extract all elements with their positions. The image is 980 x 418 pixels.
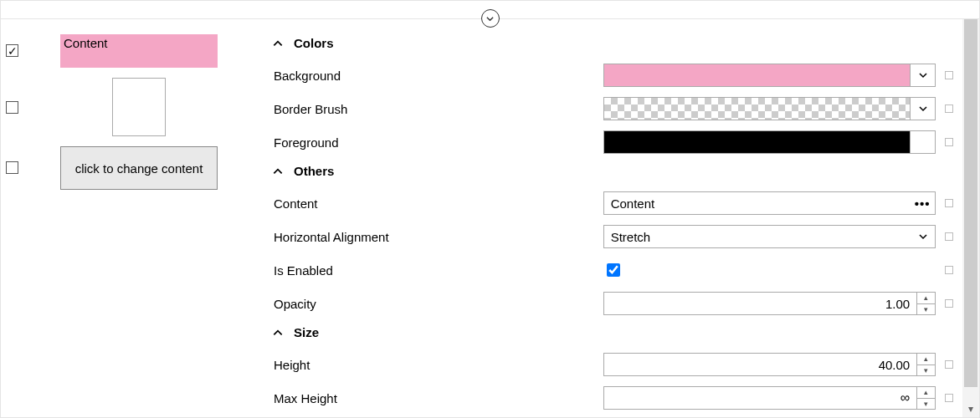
preview-row-1: Content	[1, 34, 260, 68]
border-brush-color-field[interactable]	[603, 97, 936, 120]
max-height-value: ∞	[604, 387, 917, 409]
prop-label-background: Background	[272, 69, 603, 83]
content-ellipsis-button[interactable]: •••	[910, 196, 935, 211]
background-color-field[interactable]	[603, 64, 936, 87]
background-dropdown-button[interactable]	[910, 64, 935, 86]
scrollbar-down-arrow[interactable]: ▾	[962, 400, 979, 417]
opacity-input[interactable]	[604, 293, 917, 314]
prop-row-border-brush: Border Brush	[272, 92, 957, 125]
opacity-advanced-marker[interactable]	[945, 299, 953, 308]
height-spin-down[interactable]: ▾	[917, 365, 935, 376]
prop-row-horizontal-alignment: Horizontal Alignment Stretch	[272, 220, 957, 253]
border-brush-color-swatch	[604, 98, 911, 120]
section-header-others[interactable]: Others	[272, 164, 957, 178]
preview-1-content[interactable]: Content	[60, 34, 218, 68]
chevron-up-icon	[272, 166, 284, 177]
horizontal-alignment-combo[interactable]: Stretch	[603, 225, 936, 248]
foreground-dropdown-button[interactable]	[910, 131, 935, 153]
section-header-colors[interactable]: Colors	[272, 36, 957, 50]
max-height-advanced-marker[interactable]	[945, 394, 953, 402]
height-input[interactable]	[604, 354, 917, 375]
prop-label-foreground: Foreground	[272, 135, 603, 150]
max-height-spinner: ▴ ▾	[916, 387, 935, 409]
prop-row-content: Content •••	[272, 186, 957, 220]
chevron-down-icon	[918, 232, 928, 242]
preview-1-checkbox[interactable]	[6, 44, 18, 57]
opacity-spin-up[interactable]: ▴	[917, 293, 935, 304]
property-grid: Colors Background Border Brush	[260, 19, 979, 417]
preview-3-checkbox[interactable]	[6, 161, 18, 174]
preview-3-button[interactable]: click to change content	[60, 146, 218, 190]
opacity-field[interactable]: ▴ ▾	[603, 292, 936, 315]
opacity-spinner: ▴ ▾	[916, 293, 935, 314]
prop-label-max-height: Max Height	[272, 391, 603, 405]
max-height-field[interactable]: ∞ ▴ ▾	[603, 386, 936, 410]
max-height-spin-down[interactable]: ▾	[917, 399, 935, 410]
opacity-spin-down[interactable]: ▾	[917, 304, 935, 315]
section-title: Others	[294, 164, 334, 178]
foreground-advanced-marker[interactable]	[945, 138, 953, 146]
app-viewport: Content click to change content Colors B…	[0, 0, 980, 418]
preview-2-checkbox[interactable]	[6, 101, 18, 114]
preview-pane: Content click to change content	[1, 19, 260, 417]
height-advanced-marker[interactable]	[945, 360, 953, 369]
prop-label-content: Content	[272, 196, 603, 211]
prop-row-background: Background	[272, 59, 957, 92]
height-spinner: ▴ ▾	[916, 354, 935, 375]
content-text-field[interactable]: •••	[603, 191, 936, 215]
preview-row-2	[1, 78, 260, 136]
prop-row-max-height: Max Height ∞ ▴ ▾	[272, 381, 957, 415]
prop-label-border-brush: Border Brush	[272, 102, 603, 116]
prop-label-opacity: Opacity	[272, 297, 603, 311]
scrollbar-thumb[interactable]	[964, 19, 977, 387]
foreground-color-swatch	[604, 131, 911, 153]
border-brush-advanced-marker[interactable]	[945, 104, 953, 113]
vertical-scrollbar[interactable]: ▾	[962, 19, 979, 417]
chevron-down-icon	[918, 104, 928, 114]
section-title: Colors	[294, 36, 334, 50]
prop-label-horizontal-alignment: Horizontal Alignment	[272, 230, 603, 244]
content-input[interactable]	[604, 192, 911, 214]
chevron-up-icon	[272, 327, 284, 339]
height-spin-up[interactable]: ▴	[917, 354, 935, 365]
border-brush-dropdown-button[interactable]	[910, 98, 935, 120]
background-advanced-marker[interactable]	[945, 71, 953, 79]
max-height-spin-up[interactable]: ▴	[917, 387, 935, 399]
section-header-size[interactable]: Size	[272, 325, 957, 339]
prop-row-opacity: Opacity ▴ ▾	[272, 287, 957, 320]
preview-2-content[interactable]	[112, 78, 166, 136]
prop-row-is-enabled: Is Enabled	[272, 253, 957, 287]
content-area: Content click to change content Colors B…	[1, 19, 979, 417]
content-advanced-marker[interactable]	[945, 199, 953, 207]
preview-row-3: click to change content	[1, 146, 260, 190]
horizontal-alignment-advanced-marker[interactable]	[945, 232, 953, 241]
is-enabled-checkbox[interactable]	[607, 263, 620, 277]
horizontal-alignment-value: Stretch	[611, 230, 651, 244]
foreground-color-field[interactable]	[603, 130, 936, 154]
chevron-up-icon	[272, 38, 284, 49]
prop-label-height: Height	[272, 358, 603, 372]
chevron-down-icon	[918, 137, 928, 147]
prop-label-is-enabled: Is Enabled	[272, 263, 603, 278]
prop-row-height: Height ▴ ▾	[272, 348, 957, 381]
background-color-swatch	[604, 64, 911, 86]
chevron-down-icon	[918, 70, 928, 80]
height-field[interactable]: ▴ ▾	[603, 353, 936, 376]
is-enabled-advanced-marker[interactable]	[945, 266, 953, 274]
section-title: Size	[294, 325, 319, 339]
prop-row-foreground: Foreground	[272, 125, 957, 159]
